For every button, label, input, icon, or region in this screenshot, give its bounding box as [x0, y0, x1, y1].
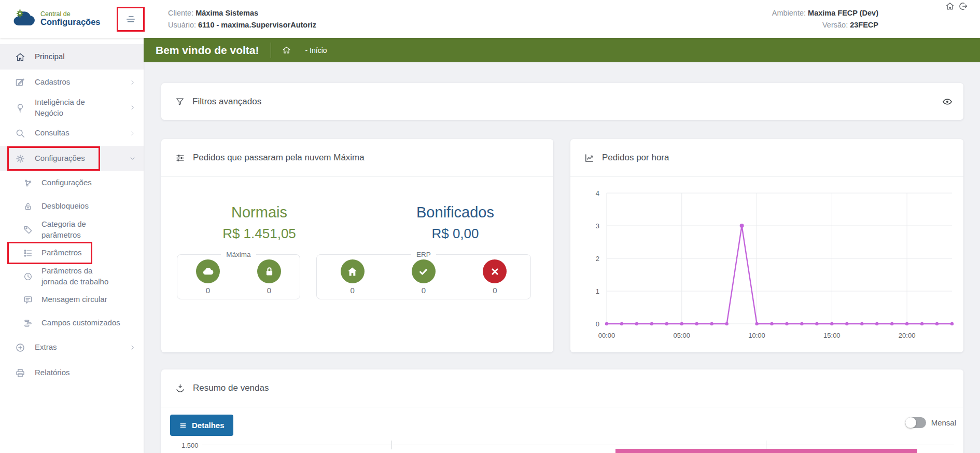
tag-icon — [23, 225, 33, 235]
sales-chart-tick — [391, 441, 392, 449]
chevron-right-icon — [129, 104, 136, 112]
details-button[interactable]: Detalhes — [170, 415, 233, 436]
svg-text:3: 3 — [596, 222, 599, 230]
orders-cloud-card-title: Pedidos que passaram pela nuvem Máxima — [193, 153, 365, 163]
sidebar-item-parametros-da-jornada-de-trabalho[interactable]: Parâmetros da jornada de trabalho — [0, 265, 144, 288]
normal-orders-column: Normais R$ 1.451,05 — [161, 204, 357, 242]
breadcrumb-home-icon[interactable] — [282, 45, 291, 55]
hamburger-icon — [124, 12, 137, 26]
bonus-orders-label: Bonificados — [357, 204, 553, 221]
user-value: 6110 - maxima.SupervisorAutoriz — [198, 21, 316, 29]
environment-row: Ambiente: Maxima FECP (Dev) — [772, 9, 878, 17]
sidebar-item-configuracoes[interactable]: Configurações — [0, 146, 144, 171]
sales-summary-title: Resumo de vendas — [193, 383, 269, 393]
details-button-label: Detalhes — [192, 421, 225, 430]
version-row: Versão: 23FECP — [772, 21, 878, 29]
environment-info: Ambiente: Maxima FECP (Dev) Versão: 23FE… — [772, 9, 878, 29]
group-label: Máxima — [221, 251, 256, 258]
counter-home: 0 — [341, 259, 365, 295]
sales-chart-ytick: 1.500 — [181, 442, 199, 449]
sidebar-item-principal[interactable]: Principal — [0, 44, 144, 70]
svg-text:4: 4 — [596, 189, 599, 197]
sidebar-item-label: Relatórios — [35, 367, 114, 378]
edit-icon — [15, 77, 26, 88]
welcome-banner: Bem vindo de volta! - Início — [144, 38, 980, 62]
orders-per-hour-card: Pedidos por hora 0123400:0005:0010:0015:… — [570, 139, 963, 352]
sidebar-item-relatorios[interactable]: Relatórios — [0, 360, 144, 386]
counter-value: 0 — [350, 286, 354, 295]
logo-cloud-icon — [12, 9, 36, 30]
sidebar-item-label: Configurações — [35, 153, 114, 163]
svg-text:0: 0 — [596, 320, 599, 328]
sidebar-item-label: Consultas — [35, 128, 114, 138]
message-icon — [23, 295, 33, 305]
chevron-down-icon — [129, 155, 136, 162]
group-máxima: Máxima00 — [177, 251, 300, 299]
sidebar-item-parametros[interactable]: Parâmetros — [0, 241, 144, 265]
printer-icon — [15, 367, 26, 379]
orders-status-groups: Máxima00ERP000 — [161, 251, 553, 299]
sales-summary-card: Resumo de vendas Detalhes Mensal 1.500 — [161, 369, 963, 453]
bonus-orders-column: Bonificados R$ 0,00 — [357, 204, 553, 242]
clock-icon — [23, 271, 33, 282]
monthly-toggle-label: Mensal — [931, 418, 956, 427]
client-row: Cliente: Máxima Sistemas — [168, 9, 316, 17]
sidebar-item-campos-customizados[interactable]: Campos customizados — [0, 311, 144, 335]
counter-value: 0 — [493, 286, 497, 295]
list-icon — [23, 248, 33, 258]
x-icon — [483, 259, 507, 283]
sidebar-item-cadastros[interactable]: Cadastros — [0, 70, 144, 95]
counter-value: 0 — [206, 286, 210, 295]
main-content: Filtros avançados Pedidos que passaram p… — [144, 62, 980, 453]
sidebar-item-label: Campos customizados — [41, 318, 120, 328]
svg-text:05:00: 05:00 — [674, 332, 691, 339]
svg-text:15:00: 15:00 — [823, 332, 841, 339]
orders-per-hour-chart: 0123400:0005:0010:0015:0020:00 — [570, 177, 963, 349]
home-icon — [15, 51, 26, 63]
counter-cloud: 0 — [196, 259, 220, 295]
sales-chart-gridline — [202, 445, 954, 445]
sales-summary-header: Resumo de vendas — [161, 369, 963, 407]
welcome-title: Bem vindo de volta! — [156, 44, 259, 57]
sales-chart-tick — [766, 441, 766, 449]
chart-line-icon — [584, 153, 595, 163]
search-icon — [15, 128, 26, 139]
sidebar-item-desbloqueios[interactable]: Desbloqueios — [0, 195, 144, 218]
monthly-toggle-group: Mensal — [905, 417, 956, 428]
version-label: Versão: — [822, 21, 848, 29]
user-label: Usuário: — [168, 21, 196, 29]
svg-text:2: 2 — [596, 255, 599, 263]
monthly-toggle[interactable] — [905, 417, 926, 428]
chevron-right-icon — [129, 129, 136, 137]
sidebar-toggle-button[interactable] — [120, 10, 141, 29]
home-button[interactable] — [945, 1, 955, 11]
sidebar-item-label: Parâmetros — [41, 248, 120, 258]
orders-cloud-card: Pedidos que passaram pela nuvem Máxima N… — [161, 139, 553, 352]
advanced-filters-panel[interactable]: Filtros avançados — [161, 83, 963, 120]
eye-icon[interactable] — [942, 96, 953, 107]
svg-text:10:00: 10:00 — [748, 332, 765, 339]
normal-orders-value: R$ 1.451,05 — [161, 226, 357, 242]
nodes-icon — [23, 178, 33, 188]
sidebar-item-consultas[interactable]: Consultas — [0, 120, 144, 146]
sliders-icon — [175, 153, 186, 163]
logout-button[interactable] — [958, 1, 969, 11]
sidebar-item-label: Extras — [35, 342, 114, 352]
toggle-knob — [905, 417, 916, 428]
sidebar-item-categoria-de-parametros[interactable]: Categoria de parâmetros — [0, 218, 144, 241]
sidebar-item-extras[interactable]: Extras — [0, 335, 144, 360]
sidebar-item-label: Parâmetros da jornada de trabalho — [41, 266, 120, 287]
sidebar-item-label: Inteligência de Negócio — [35, 97, 114, 118]
svg-text:20:00: 20:00 — [899, 332, 916, 339]
breadcrumb[interactable]: - Início — [305, 46, 327, 54]
sidebar-item-label: Configurações — [41, 177, 120, 188]
counter-value: 0 — [267, 286, 271, 295]
sidebar-item-inteligencia-de-negocio[interactable]: Inteligência de Negócio — [0, 95, 144, 120]
sidebar-item-mensagem-circular[interactable]: Mensagem circular — [0, 288, 144, 311]
svg-text:1: 1 — [596, 287, 599, 295]
home-icon — [341, 259, 365, 283]
orders-cloud-card-header: Pedidos que passaram pela nuvem Máxima — [161, 139, 553, 177]
sidebar-item-configuracoes-item[interactable]: Configurações — [0, 171, 144, 195]
stack-icon — [23, 318, 33, 328]
sidebar-item-label: Principal — [35, 51, 114, 62]
